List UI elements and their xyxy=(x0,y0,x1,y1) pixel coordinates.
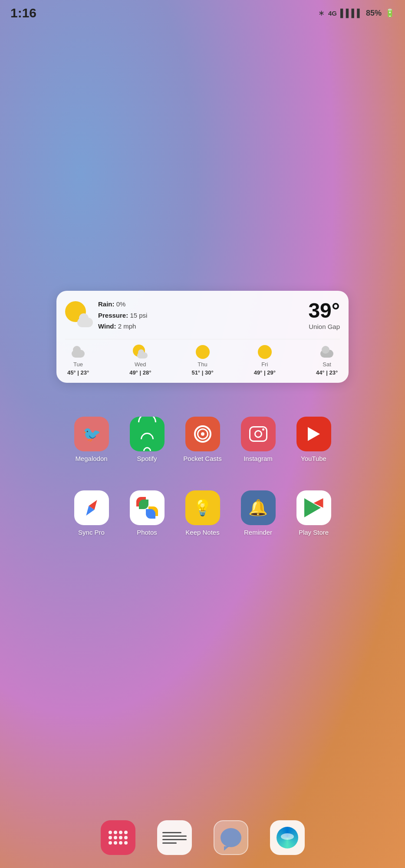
dot xyxy=(119,841,122,845)
notes-lines xyxy=(157,827,192,849)
reminder-label: Reminder xyxy=(244,529,272,536)
forecast-icon-fri xyxy=(257,345,272,359)
pressure-value: 15 psi xyxy=(130,312,147,319)
bluetooth-icon: ∗ xyxy=(318,8,325,18)
status-icons: ∗ 4G ▌▌▌▌ 85% 🔋 xyxy=(318,8,395,18)
edge-logo xyxy=(277,827,298,848)
dot xyxy=(109,831,112,834)
weather-icon xyxy=(65,301,93,329)
app-syncpro[interactable]: Sync Pro xyxy=(70,490,113,536)
line xyxy=(162,842,177,844)
weather-widget[interactable]: Rain: 0% Pressure: 15 psi Wind: 2 mph 39… xyxy=(56,291,349,383)
line xyxy=(162,835,187,837)
app-spotify[interactable]: Spotify xyxy=(125,417,169,462)
playstore-icon[interactable] xyxy=(296,490,331,525)
youtube-icon[interactable] xyxy=(296,417,331,451)
forecast-temps-wed: 49° | 28° xyxy=(129,369,151,376)
forecast-temps-fri: 49° | 29° xyxy=(254,369,276,376)
forecast-icon-wed xyxy=(133,345,148,359)
cloud-icon xyxy=(77,318,93,327)
pocketcasts-icon[interactable] xyxy=(185,417,220,451)
dock-chat[interactable] xyxy=(211,820,250,855)
forecast-icon-tue xyxy=(71,345,86,359)
compass-icon xyxy=(82,498,102,518)
megalodon-icon[interactable]: 🐦 xyxy=(74,417,109,451)
bubble-icon xyxy=(221,828,241,847)
forecast-temps-thu: 51° | 30° xyxy=(191,369,213,376)
playstore-label: Play Store xyxy=(299,529,329,536)
lens-icon xyxy=(254,430,262,438)
dots-grid xyxy=(104,826,132,849)
forecast-day-sat: Sat xyxy=(323,361,331,368)
instagram-label: Instagram xyxy=(244,455,273,462)
cloud-icon xyxy=(320,350,333,358)
notes-icon[interactable] xyxy=(157,820,192,855)
dock xyxy=(0,820,405,855)
bird-icon: 🐦 xyxy=(82,425,101,443)
forecast-day-wed: Wed xyxy=(135,361,146,368)
app-instagram[interactable]: Instagram xyxy=(237,417,280,462)
app-playstore[interactable]: Play Store xyxy=(292,490,336,536)
dots-icon[interactable] xyxy=(101,820,135,855)
forecast-day-fri: Fri xyxy=(261,361,268,368)
sun-icon xyxy=(258,345,272,359)
forecast-sat: Sat 44° | 23° xyxy=(314,345,340,376)
app-megalodon[interactable]: 🐦 Megalodon xyxy=(70,417,113,462)
syncpro-icon[interactable] xyxy=(74,490,109,525)
dot xyxy=(109,841,112,845)
app-pocketcasts[interactable]: Pocket Casts xyxy=(181,417,224,462)
triangle-icon xyxy=(304,498,323,517)
dot xyxy=(119,831,122,834)
dock-notes[interactable] xyxy=(155,820,194,855)
dot xyxy=(114,831,117,834)
petal-blue xyxy=(146,509,155,519)
photos-icon[interactable] xyxy=(130,490,165,525)
dot xyxy=(119,836,122,839)
weather-left: Rain: 0% Pressure: 15 psi Wind: 2 mph xyxy=(65,299,147,332)
rain-label: Rain: xyxy=(98,300,115,308)
spotify-icon[interactable] xyxy=(130,417,165,451)
rain-value: 0% xyxy=(116,300,126,308)
spotify-label: Spotify xyxy=(137,455,157,462)
forecast-fri: Fri 49° | 29° xyxy=(252,345,278,376)
dock-edge[interactable] xyxy=(268,820,307,855)
app-photos[interactable]: Photos xyxy=(125,490,169,536)
spotify-waves xyxy=(138,417,156,451)
instagram-icon[interactable] xyxy=(241,417,276,451)
bulb-icon: 💡 xyxy=(193,499,212,517)
dot xyxy=(124,841,128,845)
chat-icon[interactable] xyxy=(214,820,248,855)
app-keepnotes[interactable]: 💡 Keep Notes xyxy=(181,490,224,536)
dock-dots[interactable] xyxy=(99,820,138,855)
rain-detail: Rain: 0% xyxy=(98,299,147,310)
weather-details: Rain: 0% Pressure: 15 psi Wind: 2 mph xyxy=(98,299,147,332)
wind-value: 2 mph xyxy=(118,322,136,330)
sun-icon xyxy=(196,345,210,359)
temperature: 39° xyxy=(308,300,340,321)
cloud-icon xyxy=(72,350,85,358)
bell-icon: 🔔 xyxy=(248,499,268,517)
app-youtube[interactable]: YouTube xyxy=(292,417,336,462)
status-bar: 1:16 ∗ 4G ▌▌▌▌ 85% 🔋 xyxy=(0,0,405,26)
youtube-label: YouTube xyxy=(301,455,326,462)
battery-level: 85% xyxy=(366,9,382,18)
forecast-tue: Tue 45° | 23° xyxy=(65,345,91,376)
keepnotes-icon[interactable]: 💡 xyxy=(185,490,220,525)
petal-green xyxy=(139,500,148,509)
app-reminder[interactable]: 🔔 Reminder xyxy=(237,490,280,536)
battery-icon: 🔋 xyxy=(385,8,395,18)
photos-label: Photos xyxy=(137,529,157,536)
forecast-icon-thu xyxy=(195,345,210,359)
reminder-icon[interactable]: 🔔 xyxy=(241,490,276,525)
wind-label: Wind: xyxy=(98,322,116,330)
dot xyxy=(114,836,117,839)
forecast-wed: Wed 49° | 28° xyxy=(127,345,153,376)
pinwheel-icon xyxy=(136,497,158,519)
pocketcasts-label: Pocket Casts xyxy=(183,455,221,462)
cloud-icon xyxy=(137,352,148,358)
wave-small xyxy=(142,445,152,451)
keepnotes-label: Keep Notes xyxy=(185,529,219,536)
forecast-thu: Thu 51° | 30° xyxy=(190,345,216,376)
dot xyxy=(124,831,128,834)
edge-icon[interactable] xyxy=(270,820,305,855)
